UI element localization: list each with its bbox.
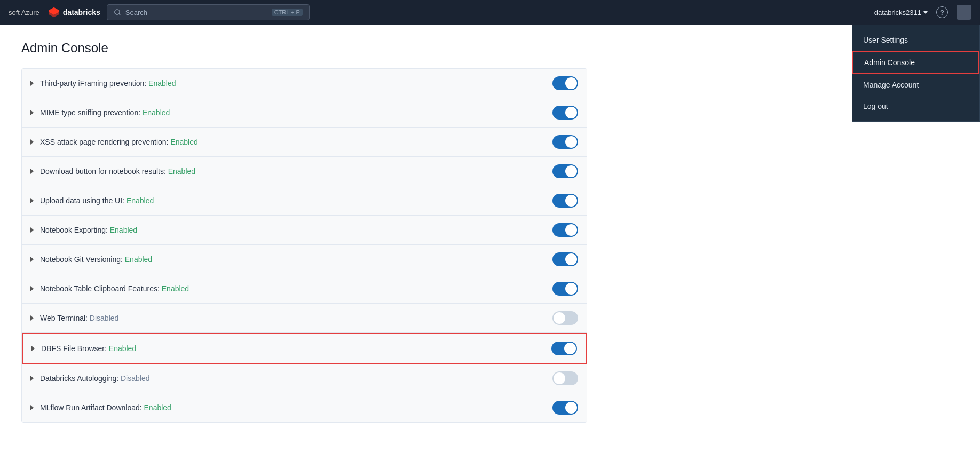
notebook-table-toggle[interactable]	[552, 282, 578, 296]
web-terminal-toggle[interactable]	[552, 311, 578, 325]
third-party-iframing-toggle-knob	[565, 77, 577, 89]
mlflow-run-label: MLflow Run Artifact Download: Enabled	[40, 403, 546, 412]
mlflow-run-expand-icon[interactable]	[30, 405, 34, 410]
download-button-label: Download button for notebook results: En…	[40, 167, 546, 176]
notebook-table-label: Notebook Table Clipboard Features: Enabl…	[40, 284, 546, 293]
azure-label: soft Azure	[9, 9, 39, 17]
upload-data-expand-icon[interactable]	[30, 198, 34, 203]
notebook-table-status: Enabled	[162, 284, 189, 293]
download-button-toggle[interactable]	[552, 164, 578, 178]
settings-list: Third-party iFraming prevention: Enabled…	[21, 68, 587, 423]
notebook-git-label: Notebook Git Versioning: Enabled	[40, 255, 546, 264]
dropdown-item-manage-account[interactable]: Manage Account	[852, 74, 979, 96]
databricks-icon	[48, 6, 60, 18]
dbfs-file-browser-status: Enabled	[109, 344, 136, 353]
databricks-autologging-toggle[interactable]	[552, 371, 578, 385]
third-party-iframing-status: Enabled	[148, 79, 176, 88]
user-dropdown-menu: User SettingsAdmin ConsoleManage Account…	[852, 25, 980, 122]
third-party-iframing-label: Third-party iFraming prevention: Enabled	[40, 79, 546, 88]
xss-attack-toggle-knob	[565, 136, 577, 148]
avatar[interactable]	[957, 5, 971, 20]
topnav: soft Azure databricks Search CTRL + P da…	[0, 0, 980, 25]
databricks-logo: databricks	[48, 6, 100, 18]
mime-type-sniffing-toggle-knob	[565, 107, 577, 118]
setting-row-mime-type-sniffing: MIME type sniffing prevention: Enabled	[22, 98, 587, 128]
setting-row-web-terminal: Web Terminal: Disabled	[22, 304, 587, 333]
dbfs-file-browser-toggle-knob	[564, 343, 576, 354]
workspace-chevron-icon	[923, 11, 928, 14]
setting-row-xss-attack: XSS attack page rendering prevention: En…	[22, 128, 587, 157]
svg-point-0	[115, 10, 120, 14]
setting-row-databricks-autologging: Databricks Autologging: Disabled	[22, 364, 587, 393]
web-terminal-expand-icon[interactable]	[30, 315, 34, 321]
setting-row-dbfs-file-browser: DBFS File Browser: Enabled	[22, 333, 587, 364]
dbfs-file-browser-toggle[interactable]	[551, 342, 577, 355]
mlflow-run-status: Enabled	[144, 403, 171, 412]
databricks-autologging-label: Databricks Autologging: Disabled	[40, 374, 546, 383]
mime-type-sniffing-expand-icon[interactable]	[30, 110, 34, 115]
setting-row-mlflow-run: MLflow Run Artifact Download: Enabled	[22, 393, 587, 422]
notebook-exporting-toggle-knob	[565, 224, 577, 236]
workspace-name: databricks2311	[874, 9, 921, 17]
dbfs-file-browser-expand-icon[interactable]	[31, 346, 35, 351]
mime-type-sniffing-label: MIME type sniffing prevention: Enabled	[40, 108, 546, 117]
databricks-autologging-status: Disabled	[121, 374, 149, 383]
main-content: Admin Console Third-party iFraming preve…	[0, 25, 980, 476]
search-bar[interactable]: Search CTRL + P	[107, 4, 310, 20]
help-button[interactable]: ?	[936, 6, 948, 18]
web-terminal-label: Web Terminal: Disabled	[40, 314, 546, 322]
third-party-iframing-toggle[interactable]	[552, 76, 578, 90]
dropdown-item-user-settings[interactable]: User Settings	[852, 29, 979, 51]
download-button-expand-icon[interactable]	[30, 169, 34, 174]
workspace-selector[interactable]: databricks2311	[874, 9, 928, 17]
setting-row-notebook-table: Notebook Table Clipboard Features: Enabl…	[22, 274, 587, 304]
upload-data-toggle-knob	[565, 195, 577, 207]
search-placeholder: Search	[125, 9, 267, 17]
mime-type-sniffing-toggle[interactable]	[552, 106, 578, 120]
xss-attack-expand-icon[interactable]	[30, 139, 34, 145]
notebook-table-expand-icon[interactable]	[30, 286, 34, 291]
dropdown-item-admin-console[interactable]: Admin Console	[852, 51, 979, 74]
upload-data-toggle[interactable]	[552, 194, 578, 208]
notebook-exporting-expand-icon[interactable]	[30, 227, 34, 233]
mlflow-run-toggle[interactable]	[552, 401, 578, 415]
help-label: ?	[940, 9, 944, 17]
notebook-git-toggle[interactable]	[552, 252, 578, 266]
xss-attack-status: Enabled	[170, 138, 197, 146]
setting-row-notebook-exporting: Notebook Exporting: Enabled	[22, 216, 587, 245]
mime-type-sniffing-status: Enabled	[143, 108, 170, 117]
page-title: Admin Console	[21, 41, 959, 55]
third-party-iframing-expand-icon[interactable]	[30, 81, 34, 86]
setting-row-third-party-iframing: Third-party iFraming prevention: Enabled	[22, 69, 587, 98]
notebook-exporting-toggle[interactable]	[552, 223, 578, 237]
xss-attack-toggle[interactable]	[552, 135, 578, 149]
setting-row-notebook-git: Notebook Git Versioning: Enabled	[22, 245, 587, 274]
upload-data-status: Enabled	[127, 196, 154, 205]
databricks-label: databricks	[63, 8, 100, 17]
web-terminal-status: Disabled	[90, 314, 118, 322]
download-button-status: Enabled	[168, 167, 195, 176]
notebook-table-toggle-knob	[565, 283, 577, 295]
mlflow-run-toggle-knob	[565, 402, 577, 414]
notebook-git-expand-icon[interactable]	[30, 257, 34, 262]
search-icon	[114, 9, 121, 16]
topnav-right: databricks2311 ?	[874, 5, 971, 20]
xss-attack-label: XSS attack page rendering prevention: En…	[40, 138, 546, 146]
databricks-autologging-toggle-knob	[554, 372, 565, 384]
upload-data-label: Upload data using the UI: Enabled	[40, 196, 546, 205]
web-terminal-toggle-knob	[554, 312, 565, 324]
azure-brand: soft Azure	[9, 9, 39, 17]
dbfs-file-browser-label: DBFS File Browser: Enabled	[41, 344, 545, 353]
setting-row-download-button: Download button for notebook results: En…	[22, 157, 587, 186]
notebook-exporting-label: Notebook Exporting: Enabled	[40, 226, 546, 234]
dropdown-item-log-out[interactable]: Log out	[852, 96, 979, 117]
download-button-toggle-knob	[565, 165, 577, 177]
search-shortcut: CTRL + P	[272, 9, 303, 16]
notebook-git-status: Enabled	[125, 255, 152, 264]
notebook-git-toggle-knob	[565, 253, 577, 265]
setting-row-upload-data: Upload data using the UI: Enabled	[22, 186, 587, 216]
notebook-exporting-status: Enabled	[110, 226, 137, 234]
databricks-autologging-expand-icon[interactable]	[30, 376, 34, 381]
